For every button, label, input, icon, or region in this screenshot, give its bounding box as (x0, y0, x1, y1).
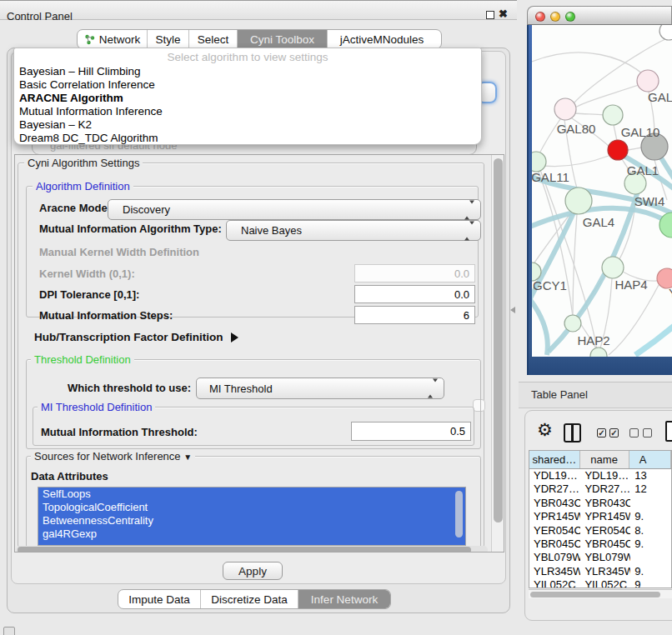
dropdown-item[interactable]: Basic Correlation Inference (14, 78, 481, 92)
checked-checkbox-icon[interactable]: ✓ (597, 428, 606, 438)
table-hscrollbar[interactable] (529, 589, 672, 598)
hub-section-toggle[interactable]: Hub/Transcription Factor Definition (34, 331, 238, 343)
dropdown-placeholder: Select algorithm to view settings (14, 48, 481, 65)
dpi-tolerance-field[interactable]: 0.0 (354, 285, 475, 303)
columns-icon[interactable] (564, 423, 581, 442)
table-cell: YDR27… (580, 482, 630, 496)
document-icon[interactable] (665, 421, 672, 442)
sources-title[interactable]: Sources for Network Inference ▼ (31, 450, 195, 462)
mi-threshold-field[interactable]: 0.5 (351, 422, 471, 441)
network-node[interactable] (659, 25, 672, 40)
table-row[interactable]: YER054CYER054C8. (529, 524, 671, 538)
attribute-item[interactable]: TopologicalCoefficient (38, 501, 465, 514)
tab-infer-network[interactable]: Infer Network (298, 590, 390, 608)
network-node[interactable] (608, 140, 628, 160)
dropdown-item[interactable]: Dream8 DC_TDC Algorithm (14, 132, 481, 145)
network-window-titlebar[interactable] (527, 6, 672, 25)
mac-minimize-icon[interactable] (550, 12, 560, 22)
kernel-width-field[interactable]: 0.0 (354, 264, 475, 282)
network-edge[interactable] (573, 213, 577, 316)
network-canvas[interactable]: GALGAL80GAL10GAL1GAL11SWI4GAL4GCY1HAP4YH… (532, 25, 672, 357)
table-cell: 12 (630, 482, 671, 496)
network-edge[interactable] (537, 156, 609, 167)
network-node[interactable] (532, 152, 546, 172)
mac-close-icon[interactable] (535, 12, 545, 22)
settings-hscrollbar[interactable] (16, 546, 488, 552)
network-edge[interactable] (532, 52, 644, 75)
unchecked-checkbox-icon[interactable] (629, 428, 639, 438)
tab-cyni-toolbox[interactable]: Cyni Toolbox (238, 30, 328, 48)
algorithm-dropdown: Select algorithm to view settings Bayesi… (13, 48, 482, 145)
which-threshold-combo[interactable]: MI Threshold (196, 378, 444, 399)
network-edge[interactable] (614, 125, 617, 141)
which-threshold-label: Which threshold to use: (68, 382, 191, 394)
table-row[interactable]: YDL19…YDL19…13 (529, 469, 671, 482)
vscrollbar-thumb[interactable] (494, 158, 503, 522)
tab-select[interactable]: Select (189, 30, 238, 48)
settings-vscrollbar[interactable] (491, 155, 504, 552)
network-node[interactable] (602, 257, 624, 278)
table-row[interactable]: YIL052CYIL052C9 (529, 578, 671, 588)
unchecked-checkbox-icon[interactable] (643, 428, 652, 438)
dropdown-item[interactable]: ARACNE Algorithm (14, 92, 481, 105)
attribute-item[interactable]: gal4RGexp (38, 528, 465, 541)
tab-jactivemnodules[interactable]: jActiveMNodules (328, 30, 436, 48)
tab-network[interactable]: Network (78, 30, 148, 48)
mac-zoom-icon[interactable] (565, 12, 575, 22)
network-node-label: HAP4 (614, 278, 647, 292)
network-edge-strong[interactable] (635, 323, 672, 355)
splitter-collapse-arrow[interactable] (510, 307, 515, 313)
close-icon[interactable]: ✖ (499, 8, 508, 20)
network-node[interactable] (565, 188, 592, 214)
network-node[interactable] (637, 70, 659, 92)
apply-button[interactable]: Apply (223, 562, 283, 580)
network-node[interactable] (554, 98, 576, 120)
network-node-label: HAP2 (577, 333, 609, 348)
network-node-label: GAL11 (532, 170, 569, 184)
aracne-mode-combo[interactable]: Discovery (108, 199, 481, 220)
table-row[interactable]: YBR043CYBR043C (529, 497, 671, 510)
top-tab-bar: NetworkStyleSelectCyni ToolboxjActiveMNo… (77, 29, 442, 49)
table-hscrollbar-thumb[interactable] (530, 592, 660, 598)
collapsed-panel-icon[interactable] (3, 627, 15, 635)
tab-impute-data[interactable]: Impute Data (118, 590, 201, 608)
table-column-header[interactable]: name (580, 451, 629, 468)
table-cell: YLR345W (529, 565, 580, 578)
dropdown-item[interactable]: Mutual Information Inference (14, 105, 481, 118)
network-edge-strong[interactable] (549, 188, 639, 352)
table-row[interactable]: YDR27…YDR27…12 (529, 482, 671, 496)
checked-checkbox-icon[interactable]: ✓ (609, 428, 619, 438)
table-row[interactable]: YPR145WYPR145W9. (529, 510, 671, 523)
network-edge[interactable] (575, 85, 639, 108)
tab-style[interactable]: Style (148, 30, 189, 48)
table-cell: YER054C (580, 524, 630, 538)
table-row[interactable]: YBL079WYBL079W (529, 551, 671, 564)
mi-type-combo[interactable]: Naive Bayes (226, 220, 481, 241)
table-cell: YDR27… (529, 482, 580, 496)
table-row[interactable]: YLR345WYLR345W9. (529, 565, 671, 578)
table-column-header[interactable]: shared… (529, 451, 580, 468)
dropdown-item[interactable]: Bayesian – K2 (14, 118, 481, 132)
network-edge[interactable] (628, 148, 642, 150)
dropdown-item[interactable]: Bayesian – Hill Climbing (14, 65, 481, 78)
tab-label: jActiveMNodules (340, 33, 424, 46)
table-cell: YBR045C (580, 538, 630, 551)
network-edge[interactable] (575, 113, 604, 115)
float-window-icon[interactable] (486, 11, 494, 19)
tab-discretize-data[interactable]: Discretize Data (201, 590, 298, 608)
table-column-header[interactable]: A (629, 451, 671, 468)
attributes-scrollbar[interactable] (455, 491, 463, 538)
threshold-definition-title: Threshold Definition (31, 353, 134, 366)
network-node[interactable] (603, 105, 623, 125)
attribute-item[interactable]: BetweennessCentrality (38, 514, 465, 528)
attribute-item[interactable]: SelfLoops (38, 488, 465, 501)
hscrollbar-thumb[interactable] (18, 547, 471, 552)
table-cell: YER054C (529, 524, 580, 538)
table-row[interactable]: YBR045CYBR045C9. (529, 538, 671, 551)
network-node[interactable] (564, 315, 581, 332)
network-node-label: GAL10 (621, 125, 660, 139)
mi-steps-field[interactable]: 6 (354, 306, 475, 324)
network-edge-strong[interactable] (532, 292, 548, 355)
network-node[interactable] (590, 348, 607, 357)
gear-icon[interactable]: ⚙ (537, 420, 553, 440)
